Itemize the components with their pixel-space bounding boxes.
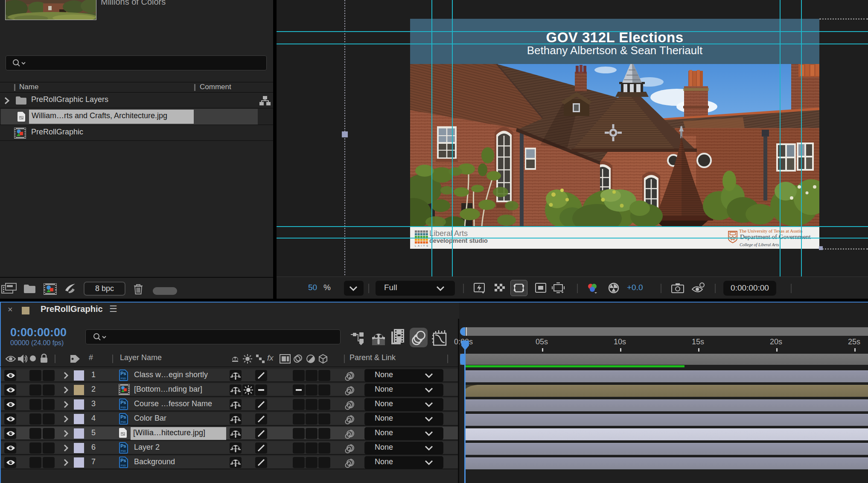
svg-text:PSD: PSD [121,377,126,380]
svg-text:LAITS: LAITS [415,244,428,247]
svg-text:Ps: Ps [120,371,126,376]
svg-text:Ps: Ps [120,458,126,463]
svg-text:PSD: PSD [121,464,126,467]
svg-text:Ps: Ps [120,400,126,405]
svg-text:PSD: PSD [121,450,126,452]
svg-text:PSD: PSD [121,421,126,423]
svg-text:PSD: PSD [121,406,126,409]
svg-text:Ps: Ps [120,414,126,419]
svg-text:Ps: Ps [120,443,126,448]
